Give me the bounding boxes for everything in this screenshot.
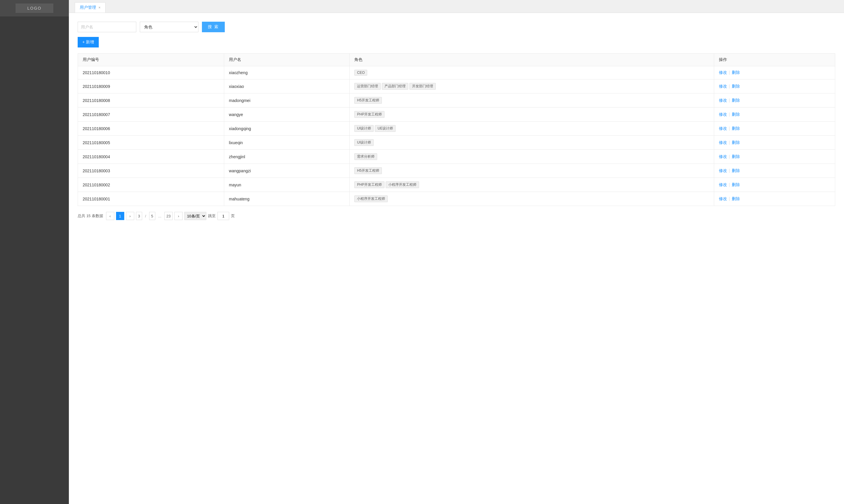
cell-roles: 需求分析师 bbox=[349, 150, 714, 164]
role-tag: 小程序开发工程师 bbox=[354, 195, 388, 202]
content-area: 角色 搜 索 + 新增 用户编号 用户名 角色 操作 202110180010x… bbox=[69, 13, 844, 504]
cell-username: xiaoxiao bbox=[224, 79, 349, 93]
action-separator: | bbox=[729, 126, 730, 131]
tab-user-management[interactable]: 用户管理 × bbox=[75, 2, 106, 13]
cell-id: 202110180010 bbox=[78, 66, 224, 79]
prev-page-button[interactable]: ‹ bbox=[106, 212, 114, 220]
edit-button[interactable]: 修改 bbox=[719, 154, 727, 159]
action-separator: | bbox=[729, 70, 730, 75]
table-row: 202110180001mahuateng小程序开发工程师修改|删除 bbox=[78, 192, 835, 206]
page-1-button[interactable]: 1 bbox=[116, 212, 124, 220]
logo-button[interactable]: LOGO bbox=[16, 3, 53, 13]
cell-id: 202110180008 bbox=[78, 93, 224, 108]
goto-suffix: 页 bbox=[231, 213, 235, 219]
delete-button[interactable]: 删除 bbox=[732, 98, 740, 103]
dots: ... bbox=[157, 214, 163, 218]
col-header-action: 操作 bbox=[714, 54, 835, 66]
delete-button[interactable]: 删除 bbox=[732, 196, 740, 201]
role-tag: 产品部门经理 bbox=[382, 83, 408, 90]
page-5-button[interactable]: 5 bbox=[149, 212, 155, 220]
col-header-username: 用户名 bbox=[224, 54, 349, 66]
last-page-button[interactable]: 23 bbox=[164, 212, 173, 220]
cell-action: 修改|删除 bbox=[714, 122, 835, 136]
table-row: 202110180002mayunPHP开发工程师小程序开发工程师修改|删除 bbox=[78, 178, 835, 192]
role-tag: CEO bbox=[354, 70, 367, 76]
action-separator: | bbox=[729, 154, 730, 159]
next-page-button[interactable]: › bbox=[174, 212, 183, 220]
cell-username: wangye bbox=[224, 108, 349, 122]
table-row: 202110180005lixueqinUI设计师修改|删除 bbox=[78, 136, 835, 150]
col-header-role: 角色 bbox=[349, 54, 714, 66]
cell-roles: H5开发工程师 bbox=[349, 164, 714, 178]
edit-button[interactable]: 修改 bbox=[719, 84, 727, 89]
delete-button[interactable]: 删除 bbox=[732, 84, 740, 89]
cell-username: wangpangzi bbox=[224, 164, 349, 178]
table-row: 202110180003wangpangziH5开发工程师修改|删除 bbox=[78, 164, 835, 178]
cell-username: xiaozheng bbox=[224, 66, 349, 79]
tab-bar: 用户管理 × bbox=[69, 0, 844, 13]
cell-username: xiadongqing bbox=[224, 122, 349, 136]
page-ellipsis-button[interactable]: › bbox=[126, 212, 134, 220]
delete-button[interactable]: 删除 bbox=[732, 168, 740, 173]
cell-id: 202110180003 bbox=[78, 164, 224, 178]
edit-button[interactable]: 修改 bbox=[719, 112, 727, 116]
cell-action: 修改|删除 bbox=[714, 150, 835, 164]
sidebar: LOGO bbox=[0, 0, 69, 504]
delete-button[interactable]: 删除 bbox=[732, 126, 740, 131]
delete-button[interactable]: 删除 bbox=[732, 112, 740, 116]
delete-button[interactable]: 删除 bbox=[732, 182, 740, 187]
col-header-id: 用户编号 bbox=[78, 54, 224, 66]
role-tag: UI设计师 bbox=[354, 125, 374, 132]
edit-button[interactable]: 修改 bbox=[719, 98, 727, 103]
role-tag: 需求分析师 bbox=[354, 153, 377, 160]
role-tag: UE设计师 bbox=[375, 125, 396, 132]
cell-id: 202110180001 bbox=[78, 192, 224, 206]
user-table: 用户编号 用户名 角色 操作 202110180010xiaozhengCEO修… bbox=[78, 53, 835, 206]
tab-close-icon[interactable]: × bbox=[98, 5, 101, 10]
cell-roles: 运营部门经理产品部门经理开发部门经理 bbox=[349, 79, 714, 93]
action-separator: | bbox=[729, 196, 730, 201]
cell-action: 修改|删除 bbox=[714, 66, 835, 79]
edit-button[interactable]: 修改 bbox=[719, 126, 727, 131]
action-separator: | bbox=[729, 112, 730, 116]
cell-username: lixueqin bbox=[224, 136, 349, 150]
cell-id: 202110180006 bbox=[78, 122, 224, 136]
slash: / bbox=[144, 214, 147, 218]
cell-id: 202110180004 bbox=[78, 150, 224, 164]
edit-button[interactable]: 修改 bbox=[719, 70, 727, 75]
action-separator: | bbox=[729, 182, 730, 187]
table-row: 202110180010xiaozhengCEO修改|删除 bbox=[78, 66, 835, 79]
role-select[interactable]: 角色 bbox=[140, 22, 198, 32]
tab-label: 用户管理 bbox=[80, 5, 96, 10]
delete-button[interactable]: 删除 bbox=[732, 140, 740, 145]
cell-username: madongmei bbox=[224, 93, 349, 108]
cell-id: 202110180007 bbox=[78, 108, 224, 122]
cell-action: 修改|删除 bbox=[714, 79, 835, 93]
role-tag: PHP开发工程师 bbox=[354, 111, 384, 118]
cell-username: mayun bbox=[224, 178, 349, 192]
role-tag: H5开发工程师 bbox=[354, 97, 381, 104]
edit-button[interactable]: 修改 bbox=[719, 182, 727, 187]
total-info: 总共 15 条数据 bbox=[78, 213, 103, 219]
logo-area: LOGO bbox=[0, 0, 69, 16]
add-button[interactable]: + 新增 bbox=[78, 37, 99, 48]
action-separator: | bbox=[729, 98, 730, 103]
search-button[interactable]: 搜 索 bbox=[202, 22, 225, 32]
per-page-select[interactable]: 10条/页 bbox=[184, 212, 206, 220]
edit-button[interactable]: 修改 bbox=[719, 140, 727, 145]
goto-input[interactable] bbox=[217, 212, 229, 220]
cell-roles: UI设计师 bbox=[349, 136, 714, 150]
table-row: 202110180004zhengjinl需求分析师修改|删除 bbox=[78, 150, 835, 164]
delete-button[interactable]: 删除 bbox=[732, 70, 740, 75]
table-row: 202110180009xiaoxiao运营部门经理产品部门经理开发部门经理修改… bbox=[78, 79, 835, 93]
role-tag: 开发部门经理 bbox=[409, 83, 436, 90]
edit-button[interactable]: 修改 bbox=[719, 196, 727, 201]
page-3-button[interactable]: 3 bbox=[136, 212, 142, 220]
username-input[interactable] bbox=[78, 22, 136, 32]
action-separator: | bbox=[729, 168, 730, 173]
table-row: 202110180007wangyePHP开发工程师修改|删除 bbox=[78, 108, 835, 122]
edit-button[interactable]: 修改 bbox=[719, 168, 727, 173]
cell-action: 修改|删除 bbox=[714, 164, 835, 178]
delete-button[interactable]: 删除 bbox=[732, 154, 740, 159]
search-bar: 角色 搜 索 bbox=[78, 22, 835, 32]
